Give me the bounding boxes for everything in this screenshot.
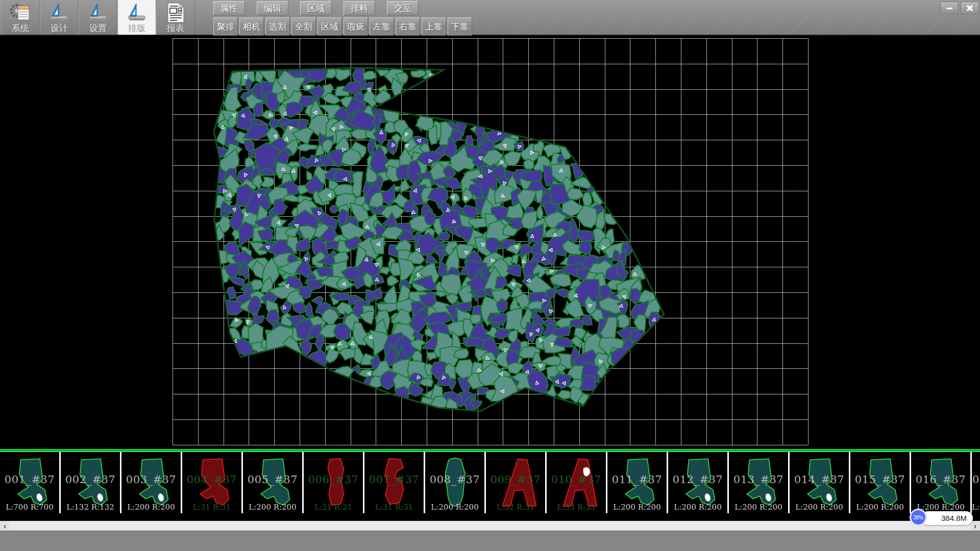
set-square-icon <box>87 3 109 23</box>
part-id-label: 006_#37 <box>304 473 363 486</box>
menu-button-row1-2[interactable]: 编辑 <box>257 1 288 15</box>
main-mode-buttons: 系统设计设置排版报表 <box>1 0 195 35</box>
mode-button-3[interactable]: 设置 <box>79 0 117 35</box>
part-lr-count: L:200 R:200 <box>121 503 181 512</box>
set-square-icon <box>126 3 148 23</box>
tool-button-row2-4[interactable]: 全割 <box>291 17 316 36</box>
part-thumbnail-9[interactable]: 009_#37L:32 R:31 <box>486 452 547 513</box>
memory-badge[interactable]: 384.8M 38% <box>921 510 973 525</box>
part-lr-count: L:31 R:31 <box>182 503 241 512</box>
part-thumbnail-17[interactable]: 0L:2 <box>972 452 980 513</box>
close-button[interactable] <box>961 2 979 14</box>
part-thumbnail-13[interactable]: 013_#37L:200 R:200 <box>729 452 790 513</box>
memory-pill: 384.8M <box>921 511 973 525</box>
part-thumbnail-5[interactable]: 005_#37L:200 R:200 <box>243 452 304 513</box>
part-thumbnail-16[interactable]: 016_#37L:200 R:200 <box>911 452 972 513</box>
menu-row-2: 聚排相机选割全割区域瑕疵左靠右靠上靠下靠 <box>213 17 472 36</box>
part-thumbnail-10[interactable]: 010_#37L:33 R:33 <box>547 452 607 513</box>
nesting-canvas[interactable] <box>0 36 980 449</box>
part-lr-count: L:32 R:31 <box>486 503 545 512</box>
part-lr-count: L:200 R:200 <box>790 503 849 512</box>
tool-button-row2-2[interactable]: 相机 <box>239 17 264 36</box>
menu-button-row1-5[interactable]: 交互 <box>387 1 419 15</box>
part-thumbnail-3[interactable]: 003_#37L:200 R:200 <box>121 452 182 513</box>
part-lr-count: L:200 R:200 <box>850 503 910 512</box>
minimize-button[interactable] <box>940 2 959 14</box>
tool-button-row2-3[interactable]: 选割 <box>265 17 290 36</box>
part-lr-count: L:200 R:200 <box>425 503 484 512</box>
part-id-label: 004_#37 <box>182 473 241 486</box>
mode-button-label: 排版 <box>128 23 145 33</box>
part-thumbnail-4[interactable]: 004_#37L:31 R:31 <box>182 452 243 513</box>
part-thumbnail-11[interactable]: 011_#37L:200 R:200 <box>607 452 668 513</box>
tool-button-row2-7[interactable]: 左靠 <box>370 17 394 36</box>
menu-button-row1-1[interactable]: 属性 <box>213 1 245 15</box>
part-lr-count: L:200 R:200 <box>607 503 667 512</box>
parts-thumbnail-strip: 001_#37L:700 R:700002_#37L:132 R:132003_… <box>0 452 980 513</box>
part-lr-count: L:31 R:31 <box>364 503 424 512</box>
mode-button-1[interactable]: 系统 <box>1 0 40 35</box>
part-thumbnail-1[interactable]: 001_#37L:700 R:700 <box>0 452 61 513</box>
menu-button-row1-4[interactable]: 排料 <box>344 1 375 15</box>
part-id-label: 003_#37 <box>121 473 181 486</box>
mode-button-label: 设计 <box>51 23 68 33</box>
part-thumbnail-15[interactable]: 015_#37L:200 R:200 <box>850 452 911 513</box>
set-square-icon <box>48 3 70 23</box>
horizontal-scrollbar[interactable]: ‹ › <box>0 521 980 531</box>
part-lr-count: L:2 <box>972 503 980 512</box>
menu-row-1: 属性编辑区域排料交互 <box>213 1 472 15</box>
part-lr-count: L:132 R:132 <box>61 503 120 512</box>
scroll-left-arrow[interactable]: ‹ <box>0 521 10 531</box>
window-controls <box>940 2 979 14</box>
close-icon <box>966 4 974 12</box>
part-thumbnail-12[interactable]: 012_#37L:200 R:200 <box>668 452 729 513</box>
tool-button-row2-8[interactable]: 右靠 <box>396 17 420 36</box>
report-doc-icon <box>165 2 186 23</box>
part-id-label: 007_#37 <box>364 473 424 486</box>
mode-button-4[interactable]: 排版 <box>117 0 156 35</box>
minimize-icon <box>945 4 953 12</box>
mode-button-5[interactable]: 报表 <box>156 0 195 35</box>
nesting-app-window: 系统设计设置排版报表 属性编辑区域排料交互 聚排相机选割全割区域瑕疵左靠右靠上靠… <box>0 0 980 551</box>
part-thumbnail-7[interactable]: 007_#37L:31 R:31 <box>364 452 425 513</box>
part-id-label: 002_#37 <box>61 473 120 486</box>
part-lr-count: L:200 R:200 <box>668 503 727 512</box>
part-id-label: 013_#37 <box>729 473 788 486</box>
part-id-label: 012_#37 <box>668 473 727 486</box>
part-lr-count: L:200 R:200 <box>729 503 788 512</box>
part-lr-count: L:33 R:33 <box>547 503 606 512</box>
part-thumbnail-8[interactable]: 008_#37L:200 R:200 <box>425 452 486 513</box>
ribbon-menus: 属性编辑区域排料交互 聚排相机选割全割区域瑕疵左靠右靠上靠下靠 <box>213 0 472 36</box>
part-id-label: 016_#37 <box>911 473 970 486</box>
part-lr-count: L:200 R:200 <box>243 503 302 512</box>
part-lr-count: L:21 R:21 <box>304 503 363 512</box>
part-id-label: 010_#37 <box>547 473 606 486</box>
part-id-label: 001_#37 <box>0 473 59 486</box>
part-lr-count: L:700 R:700 <box>0 503 59 512</box>
memory-percent-circle: 38% <box>910 509 927 526</box>
part-thumbnail-6[interactable]: 006_#37L:21 R:21 <box>304 452 364 513</box>
tool-button-row2-1[interactable]: 聚排 <box>213 17 238 36</box>
title-bar[interactable]: 系统设计设置排版报表 属性编辑区域排料交互 聚排相机选割全割区域瑕疵左靠右靠上靠… <box>0 0 980 36</box>
gear-list-icon <box>9 3 32 23</box>
tool-button-row2-9[interactable]: 上靠 <box>422 17 446 36</box>
menu-button-row1-3[interactable]: 区域 <box>300 1 332 15</box>
tool-button-row2-5[interactable]: 区域 <box>317 17 342 36</box>
part-thumbnail-14[interactable]: 014_#37L:200 R:200 <box>790 452 850 513</box>
nesting-workspace[interactable] <box>0 36 980 449</box>
part-id-label: 011_#37 <box>607 473 667 486</box>
status-bar <box>0 531 980 551</box>
part-id-label: 008_#37 <box>425 473 484 486</box>
part-id-label: 009_#37 <box>486 473 545 486</box>
part-id-label: 014_#37 <box>790 473 849 486</box>
mode-button-label: 系统 <box>12 23 29 33</box>
mode-button-2[interactable]: 设计 <box>40 0 79 35</box>
mode-button-label: 设置 <box>89 23 107 33</box>
part-id-label: 0 <box>972 473 980 486</box>
part-id-label: 015_#37 <box>850 473 910 486</box>
tool-button-row2-10[interactable]: 下靠 <box>448 17 472 36</box>
tool-button-row2-6[interactable]: 瑕疵 <box>344 17 368 36</box>
strip-bottom-gap <box>0 513 980 521</box>
part-thumbnail-2[interactable]: 002_#37L:132 R:132 <box>61 452 121 513</box>
mode-button-label: 报表 <box>167 23 184 33</box>
